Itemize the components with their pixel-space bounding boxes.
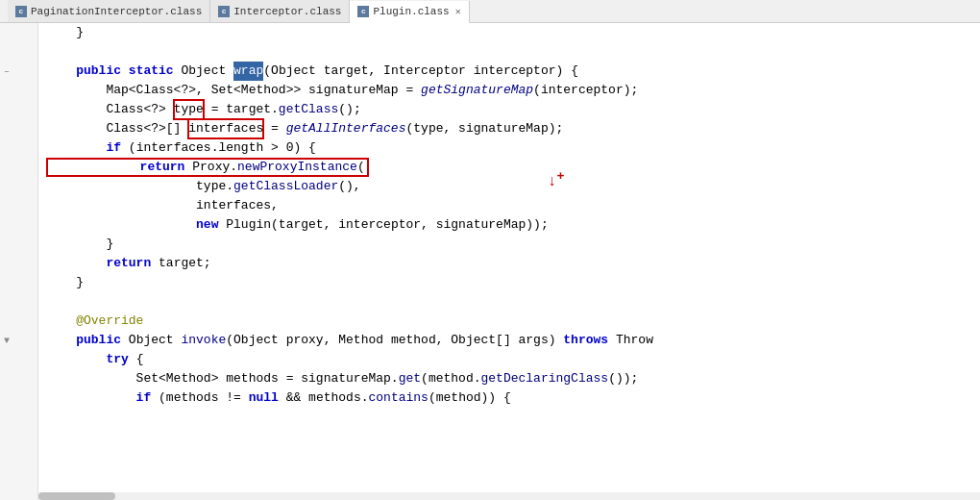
code-line-17: public Object invoke(Object proxy, Metho… <box>46 331 980 350</box>
method-getDeclaringClass: getDeclaringClass <box>481 369 609 388</box>
code-line-2 <box>46 42 980 62</box>
code-line-9: type.getClassLoader(), <box>46 177 980 196</box>
code-line-16: @Override <box>46 312 980 331</box>
tab-interceptor[interactable]: c Interceptor.class <box>210 0 350 22</box>
tab-bar: c PaginationInterceptor.class c Intercep… <box>0 0 980 23</box>
gutter-line-4 <box>0 81 37 100</box>
gutter-line-9 <box>0 177 37 196</box>
code-get-end: ()); <box>608 369 638 388</box>
gutter-line-14 <box>0 273 37 292</box>
tab-plugin[interactable]: c Plugin.class ✕ <box>350 1 469 23</box>
code-close-method: } <box>46 273 84 292</box>
code-classloader-end: (), <box>338 177 360 196</box>
gutter-line-2 <box>0 42 37 62</box>
tab-label-plugin: Plugin.class <box>373 6 449 17</box>
code-get-params: (method. <box>421 369 480 388</box>
code-classloader: type. <box>46 177 233 196</box>
gutter-line-6 <box>0 119 37 138</box>
code-interfaces-param: interfaces, <box>46 196 279 215</box>
gutter-line-1 <box>0 23 37 42</box>
code-type-end: (); <box>338 100 360 119</box>
method-getAllInterfaces: getAllInterfaces <box>286 119 406 138</box>
fold-arrow-17[interactable]: ▼ <box>4 336 10 346</box>
code-text-1: } <box>46 23 84 42</box>
h-scrollbar[interactable] <box>38 492 980 500</box>
tab-label-pagination: PaginationInterceptor.class <box>31 6 202 17</box>
method-getClass: getClass <box>279 100 338 119</box>
kw-public-3: public <box>46 62 129 81</box>
kw-new-11: new <box>196 215 226 235</box>
close-red-box-3: Interceptor interceptor) { <box>376 62 578 81</box>
gutter-line-15 <box>0 292 37 312</box>
code-interfaces-3: (type, signatureMap); <box>405 119 563 138</box>
kw-if-20: if <box>46 388 159 408</box>
proxy-newProxy: Proxy. <box>192 160 237 174</box>
code-line-18: try { <box>46 350 980 369</box>
type-object-3: Object <box>181 62 233 81</box>
code-line-10: interfaces, <box>46 196 980 215</box>
method-wrap-highlighted: wrap <box>233 62 263 81</box>
code-map-line: Map<Class<?>, Set<Method>> signatureMap … <box>46 81 421 100</box>
method-contains: contains <box>369 388 429 408</box>
gutter-line-18 <box>0 350 37 369</box>
code-content: } public static Object wrap(Object targe… <box>38 23 980 500</box>
paren-open-3: ( <box>263 62 271 81</box>
code-line-11: new Plugin(target, interceptor, signatur… <box>46 215 980 235</box>
code-line-13: return target; <box>46 254 980 273</box>
code-line-20: if (methods != null && methods.contains(… <box>46 388 980 408</box>
gutter-line-13 <box>0 254 37 273</box>
code-invoke-params: (Object proxy, Method method, Object[] a… <box>226 331 563 350</box>
kw-if: if <box>46 138 129 158</box>
code-type-rest: = target. <box>204 100 279 119</box>
gutter-line-3: – <box>0 62 37 81</box>
code-and-methods: && methods. <box>286 388 369 408</box>
interfaces-keyword-boxed: interfaces <box>188 119 263 138</box>
gutter-line-8 <box>0 158 37 177</box>
tab-icon-interceptor: c <box>218 6 230 17</box>
gutter-line-20 <box>0 388 37 408</box>
code-if-cond: (interfaces.length > 0) { <box>129 138 316 158</box>
gutter-line-17: ▼ <box>0 331 37 350</box>
code-line-14: } <box>46 273 980 292</box>
kw-return-8: return <box>50 160 192 174</box>
h-scrollbar-thumb[interactable] <box>38 492 115 500</box>
code-line-12: } <box>46 235 980 254</box>
code-line-4: Map<Class<?>, Set<Method>> signatureMap … <box>46 81 980 100</box>
kw-null-20: null <box>249 388 286 408</box>
annotation-override: @Override <box>46 312 143 331</box>
code-return-target: target; <box>159 254 211 273</box>
code-interfaces-1: Class<?>[] <box>46 119 188 138</box>
tab-pagination-interceptor[interactable]: c PaginationInterceptor.class <box>8 0 210 22</box>
code-set-methods: Set<Method> methods = signatureMap. <box>46 369 399 388</box>
code-plugin-call: Plugin(target, interceptor, signatureMap… <box>226 215 548 235</box>
paren-newproxy: ( <box>357 160 365 174</box>
param-object-target: Object target, <box>271 62 376 81</box>
line-gutter: – ▼ <box>0 23 38 500</box>
code-line-3: public static Object wrap(Object target,… <box>46 62 980 81</box>
gutter-line-12 <box>0 235 37 254</box>
gutter-line-5 <box>0 100 37 119</box>
method-get-19: get <box>399 369 421 388</box>
kw-public-17: public <box>46 331 129 350</box>
method-getClassLoader: getClassLoader <box>233 177 338 196</box>
method-newProxyInstance: newProxyInstance <box>237 160 357 174</box>
code-class-type: Class<?> <box>46 100 174 119</box>
tab-close-icon[interactable]: ✕ <box>455 6 461 17</box>
code-line-19: Set<Method> methods = signatureMap.get(m… <box>46 369 980 388</box>
gutter-line-19 <box>0 369 37 388</box>
kw-try: try <box>46 350 136 369</box>
fold-arrow-3[interactable]: – <box>4 66 10 77</box>
editor-area: – ▼ } public static Object wrap(Object t… <box>0 23 980 500</box>
tab-icon-plugin: c <box>357 6 369 17</box>
type-keyword-boxed: type <box>174 100 204 119</box>
gutter-line-10 <box>0 196 37 215</box>
gutter-line-7 <box>0 138 37 158</box>
tab-label-interceptor: Interceptor.class <box>233 6 341 17</box>
code-if-methods-cond: (methods != <box>159 388 249 408</box>
code-line-8: return Proxy.newProxyInstance( <box>46 158 980 177</box>
code-contains-end: (method)) { <box>429 388 511 408</box>
gutter-line-11 <box>0 215 37 235</box>
return-proxy-boxed: return Proxy.newProxyInstance( <box>46 158 369 177</box>
tab-icon-pagination: c <box>15 6 27 17</box>
code-new-plugin-1 <box>46 215 196 235</box>
